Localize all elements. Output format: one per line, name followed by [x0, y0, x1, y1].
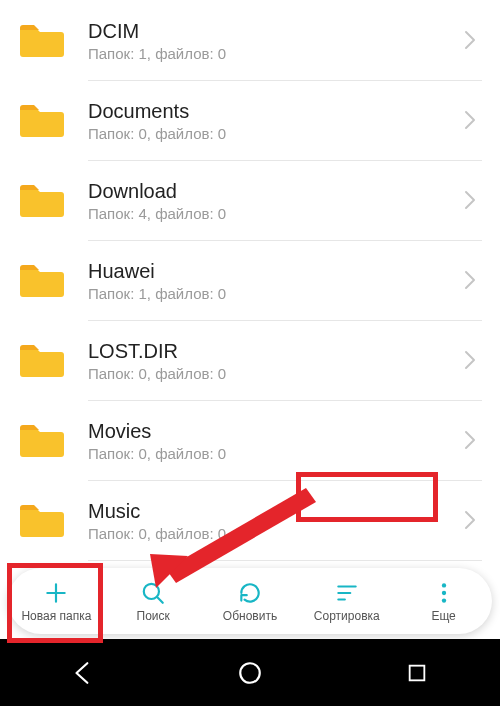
sort-icon	[333, 579, 361, 607]
folder-meta: Папок: 0, файлов: 0	[88, 445, 458, 462]
svg-point-1	[441, 583, 445, 587]
refresh-label: Обновить	[223, 609, 277, 623]
folder-name: LOST.DIR	[88, 339, 458, 363]
folder-row[interactable]: DownloadПапок: 4, файлов: 0	[0, 160, 500, 240]
chevron-right-icon	[458, 430, 482, 450]
folder-name: Music	[88, 499, 458, 523]
folder-meta: Папок: 1, файлов: 0	[88, 45, 458, 62]
folder-row[interactable]: DCIMПапок: 1, файлов: 0	[0, 0, 500, 80]
folder-name: Documents	[88, 99, 458, 123]
folder-meta: Папок: 4, файлов: 0	[88, 205, 458, 222]
folder-row[interactable]: MoviesПапок: 0, файлов: 0	[0, 400, 500, 480]
system-navbar	[0, 639, 500, 706]
folder-row[interactable]: HuaweiПапок: 1, файлов: 0	[0, 240, 500, 320]
folder-name: Download	[88, 179, 458, 203]
folder-meta: Папок: 0, файлов: 0	[88, 525, 458, 542]
chevron-right-icon	[458, 350, 482, 370]
folder-meta: Папок: 0, файлов: 0	[88, 125, 458, 142]
folder-texts: MoviesПапок: 0, файлов: 0	[88, 419, 458, 462]
folder-texts: DownloadПапок: 4, файлов: 0	[88, 179, 458, 222]
new-folder-button[interactable]: Новая папка	[8, 568, 105, 634]
folder-icon	[18, 100, 66, 140]
svg-rect-5	[409, 665, 424, 680]
folder-texts: LOST.DIRПапок: 0, файлов: 0	[88, 339, 458, 382]
chevron-right-icon	[458, 110, 482, 130]
refresh-button[interactable]: Обновить	[202, 568, 299, 634]
folder-row[interactable]: MusicПапок: 0, файлов: 0	[0, 480, 500, 560]
folder-list: DCIMПапок: 1, файлов: 0DocumentsПапок: 0…	[0, 0, 500, 639]
folder-icon	[18, 500, 66, 540]
chevron-right-icon	[458, 30, 482, 50]
folder-icon	[18, 260, 66, 300]
svg-point-4	[240, 663, 260, 683]
folder-name: Movies	[88, 419, 458, 443]
folder-meta: Папок: 1, файлов: 0	[88, 285, 458, 302]
folder-icon	[18, 340, 66, 380]
folder-texts: DCIMПапок: 1, файлов: 0	[88, 19, 458, 62]
sort-label: Сортировка	[314, 609, 380, 623]
folder-icon	[18, 180, 66, 220]
folder-row[interactable]: DocumentsПапок: 0, файлов: 0	[0, 80, 500, 160]
folder-name: Huawei	[88, 259, 458, 283]
more-label: Еще	[431, 609, 455, 623]
folder-texts: DocumentsПапок: 0, файлов: 0	[88, 99, 458, 142]
plus-icon	[42, 579, 70, 607]
sort-button[interactable]: Сортировка	[298, 568, 395, 634]
folder-name: DCIM	[88, 19, 458, 43]
nav-back-button[interactable]	[23, 639, 143, 706]
svg-point-2	[441, 591, 445, 595]
chevron-right-icon	[458, 270, 482, 290]
more-icon	[430, 579, 458, 607]
folder-icon	[18, 420, 66, 460]
chevron-right-icon	[458, 510, 482, 530]
nav-recents-button[interactable]	[357, 639, 477, 706]
folder-texts: HuaweiПапок: 1, файлов: 0	[88, 259, 458, 302]
folder-texts: MusicПапок: 0, файлов: 0	[88, 499, 458, 542]
search-label: Поиск	[137, 609, 170, 623]
svg-point-3	[441, 598, 445, 602]
chevron-right-icon	[458, 190, 482, 210]
search-button[interactable]: Поиск	[105, 568, 202, 634]
search-icon	[139, 579, 167, 607]
more-button[interactable]: Еще	[395, 568, 492, 634]
bottom-action-bar: Новая папка Поиск Обновить Сортировка Ещ…	[8, 568, 492, 634]
nav-home-button[interactable]	[190, 639, 310, 706]
folder-row[interactable]: LOST.DIRПапок: 0, файлов: 0	[0, 320, 500, 400]
refresh-icon	[236, 579, 264, 607]
folder-meta: Папок: 0, файлов: 0	[88, 365, 458, 382]
folder-icon	[18, 20, 66, 60]
new-folder-label: Новая папка	[21, 609, 91, 623]
